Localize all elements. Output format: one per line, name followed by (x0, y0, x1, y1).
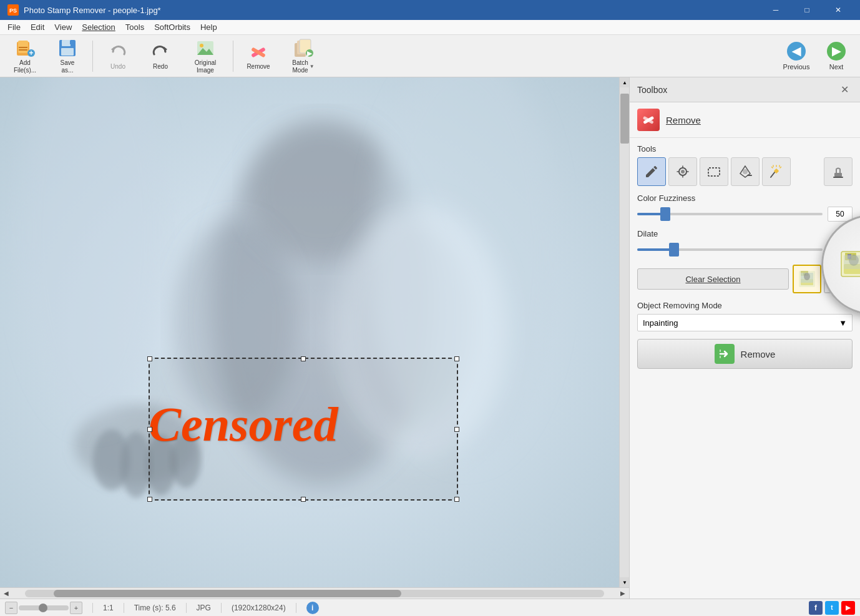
status-divider-5 (296, 603, 296, 613)
zoom-thumb[interactable] (39, 604, 47, 612)
facebook-icon[interactable]: f (809, 601, 823, 615)
menu-view[interactable]: View (49, 20, 77, 35)
original-image-button[interactable]: OriginalImage (183, 37, 228, 75)
dilate-row: 2 (637, 242, 853, 257)
svg-text:+: + (29, 49, 33, 57)
save-as-button[interactable]: Saveas... (47, 37, 87, 75)
object-removing-mode-row: Inpainting ▼ (637, 314, 853, 331)
remove-toolbar-button[interactable]: Remove (238, 37, 278, 75)
handle-top-right[interactable] (454, 356, 459, 361)
stamp-tool-button[interactable] (824, 157, 853, 186)
magic-wand-tool-button[interactable] (762, 157, 791, 186)
smart-fill-tool-button[interactable] (731, 157, 760, 186)
next-arrow-icon: ▶ (827, 42, 846, 61)
zoom-out-button[interactable]: − (5, 602, 17, 614)
menu-edit[interactable]: Edit (26, 20, 49, 35)
add-files-label: AddFile(s)... (14, 59, 36, 74)
menu-selection[interactable]: Selection (77, 20, 120, 35)
menu-help[interactable]: Help (195, 20, 222, 35)
selection-box[interactable] (149, 358, 458, 501)
zoom-controls: − + (5, 602, 82, 614)
handle-bottom-left[interactable] (147, 497, 152, 502)
clear-selection-button[interactable]: Clear Selection (637, 268, 789, 290)
object-removing-mode-section: Object Removing Mode Inpainting ▼ (637, 301, 853, 331)
dilate-slider-container[interactable] (637, 243, 823, 256)
info-button[interactable]: i (306, 602, 319, 614)
handle-middle-right[interactable] (454, 427, 459, 432)
h-scroll-right-button[interactable]: ▶ (617, 588, 629, 599)
handle-bottom-center[interactable] (301, 497, 306, 502)
batch-mode-label: BatchMode (292, 59, 308, 74)
color-fuzziness-label: Color Fuzziness (637, 193, 853, 203)
inpainting-dropdown[interactable]: Inpainting ▼ (637, 314, 853, 331)
maximize-button[interactable]: □ (793, 0, 821, 20)
handle-middle-left[interactable] (147, 427, 152, 432)
undo-label: Undo (110, 63, 125, 70)
format-item: JPG (197, 604, 211, 612)
close-button[interactable]: ✕ (824, 0, 853, 20)
svg-text:PS: PS (9, 7, 17, 14)
inpainting-option: Inpainting (643, 318, 678, 328)
svg-rect-11 (70, 41, 72, 44)
zoom-in-button[interactable]: + (70, 602, 82, 614)
v-scroll-track[interactable] (620, 87, 629, 577)
svg-rect-45 (833, 177, 843, 178)
handle-top-center[interactable] (301, 356, 306, 361)
previous-arrow-icon: ◀ (787, 42, 806, 61)
next-button[interactable]: ▶ Next (818, 37, 855, 75)
dilate-label: Dilate (637, 229, 853, 238)
svg-rect-4 (19, 49, 27, 51)
batch-mode-button[interactable]: ▶ BatchMode ▼ (281, 37, 326, 75)
h-scroll-thumb[interactable] (54, 590, 401, 597)
remove-toolbar-icon (248, 42, 268, 62)
svg-rect-9 (62, 40, 71, 46)
remove-action-button[interactable]: Remove (637, 339, 853, 369)
menu-softorbits[interactable]: SoftOrbits (149, 20, 195, 35)
undo-button[interactable]: Undo (98, 37, 138, 75)
previous-button[interactable]: ◀ Previous (778, 37, 815, 75)
dimensions-value: (1920x1280x24) (232, 604, 286, 612)
dimensions-item: (1920x1280x24) (232, 604, 286, 612)
zoom-slider[interactable] (19, 605, 69, 610)
v-scroll-up-button[interactable]: ▲ (620, 77, 629, 87)
v-scroll-thumb[interactable] (620, 94, 629, 144)
color-fuzziness-slider-container[interactable] (637, 208, 823, 220)
add-files-button[interactable]: + AddFile(s)... (5, 37, 45, 75)
toolbox-title: Toolbox (637, 85, 667, 95)
save-as-icon (57, 38, 77, 58)
time-label: Time (s): 5.6 (134, 604, 176, 612)
color-fuzziness-section: Color Fuzziness 50 (637, 193, 853, 222)
handle-top-left[interactable] (147, 356, 152, 361)
clear-selection-label: Clear Selection (685, 275, 740, 284)
twitter-icon[interactable]: t (825, 601, 839, 615)
svg-point-42 (743, 169, 748, 174)
svg-point-51 (804, 273, 810, 280)
save-mask-button[interactable] (793, 265, 821, 293)
mask-buttons-container: Save mas (793, 265, 853, 293)
original-image-icon (195, 38, 215, 58)
color-fuzziness-thumb[interactable] (660, 207, 670, 221)
rect-select-tool-button[interactable] (700, 157, 728, 186)
photo-background: Censored (0, 77, 619, 587)
toolbox-body: Tools (630, 138, 860, 375)
v-scroll-down-button[interactable]: ▼ (620, 577, 629, 587)
redo-button[interactable]: Redo (140, 37, 180, 75)
menu-tools[interactable]: Tools (120, 20, 149, 35)
magnifier-save-icon[interactable] (840, 250, 860, 280)
svg-text:▶: ▶ (307, 50, 313, 57)
pencil-tool-button[interactable] (637, 157, 666, 186)
batch-mode-icon: ▶ (293, 38, 313, 58)
h-scroll-track[interactable] (25, 590, 604, 597)
menu-file[interactable]: File (2, 20, 26, 35)
dilate-thumb[interactable] (669, 243, 679, 257)
handle-bottom-right[interactable] (454, 497, 459, 502)
youtube-icon[interactable]: ▶ (841, 601, 855, 615)
smart-select-tool-button[interactable] (668, 157, 697, 186)
toolbar: + AddFile(s)... Saveas... Undo (0, 35, 860, 77)
toolbox-close-button[interactable]: ✕ (837, 82, 853, 97)
canvas-main[interactable]: Censored (0, 77, 619, 587)
minimize-button[interactable]: ─ (761, 0, 790, 20)
redo-label: Redo (153, 63, 168, 70)
h-scroll-left-button[interactable]: ◀ (0, 588, 12, 599)
svg-rect-61 (844, 255, 860, 269)
